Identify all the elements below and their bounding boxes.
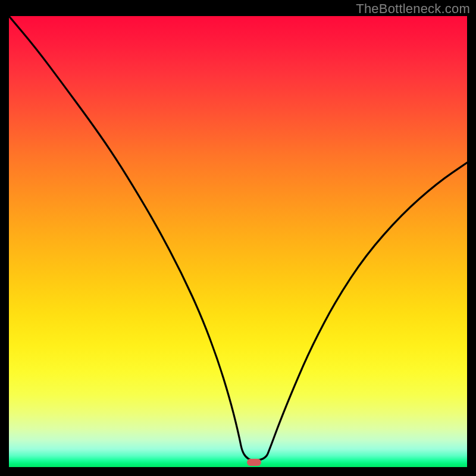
minimum-marker (247, 459, 261, 466)
bottleneck-curve (9, 16, 467, 467)
watermark-text: TheBottleneck.com (356, 1, 470, 17)
chart-frame: TheBottleneck.com (0, 0, 476, 476)
plot-area (9, 16, 467, 467)
plot-inner (9, 16, 467, 467)
